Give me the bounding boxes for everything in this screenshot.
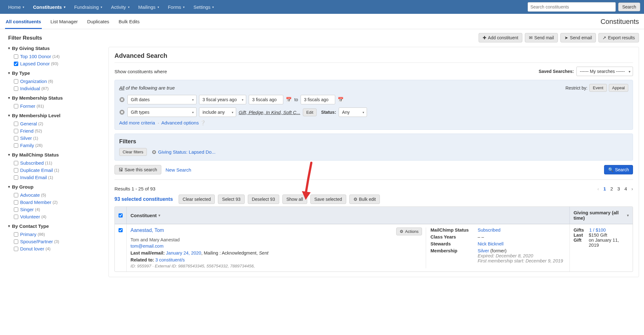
filter-label[interactable]: Volunteer	[20, 214, 40, 219]
remove-chip-icon[interactable]	[151, 149, 157, 155]
filter-group-heading[interactable]: By MailChimp Status	[8, 152, 100, 157]
filter-group-heading[interactable]: By Group	[8, 184, 100, 189]
filter-label[interactable]: Invalid Email	[20, 175, 47, 180]
filter-checkbox[interactable]	[14, 239, 18, 244]
nav-mailings[interactable]: Mailings▾	[134, 0, 164, 14]
field-select-gift-dates[interactable]: Gift dates	[127, 95, 197, 104]
filter-group-heading[interactable]: By Contact Type	[8, 223, 100, 229]
calendar-icon[interactable]: 📅	[338, 97, 344, 102]
gifts-value-link[interactable]: 1 / $100	[589, 228, 606, 233]
filter-label[interactable]: Subscribed	[20, 160, 44, 166]
steward-link[interactable]: Nick Bicknell	[478, 241, 503, 246]
filter-label[interactable]: Silver	[20, 135, 32, 141]
global-search-input[interactable]	[528, 2, 616, 12]
restrict-appeal-button[interactable]: Appeal	[609, 84, 628, 92]
mode-select[interactable]: include any	[199, 107, 236, 117]
add-constituent-button[interactable]: ✚Add constituent	[479, 33, 523, 42]
filter-checkbox[interactable]	[14, 104, 18, 108]
save-selected-button[interactable]: Save selected	[310, 195, 346, 204]
restrict-event-button[interactable]: Event	[589, 84, 607, 92]
gift-types-list[interactable]: Gift, Pledge, In Kind, Soft C...	[239, 110, 300, 115]
filter-label[interactable]: Top 100 Donor	[20, 54, 51, 59]
row-checkbox[interactable]	[119, 228, 123, 232]
remove-criteria-icon[interactable]	[119, 109, 125, 115]
page-2[interactable]: 2	[610, 186, 613, 191]
col-constituent-header[interactable]: Constituent▾	[127, 207, 570, 224]
filter-chip-giving-status[interactable]: Giving Status: Lapsed Do...	[151, 149, 216, 155]
select-all-button[interactable]: Select 93	[218, 195, 244, 204]
export-results-button[interactable]: ↗Export results	[598, 33, 639, 42]
filter-checkbox[interactable]	[14, 175, 18, 180]
advanced-options-link[interactable]: Advanced options	[161, 120, 199, 125]
filter-checkbox[interactable]	[14, 143, 18, 148]
tab-all-constituents[interactable]: All constituents	[5, 17, 42, 29]
filter-checkbox[interactable]	[14, 79, 18, 84]
nav-home[interactable]: Home▾	[4, 0, 29, 14]
filter-group-heading[interactable]: By Membership Level	[8, 113, 100, 118]
filter-label[interactable]: Advocate	[20, 192, 40, 198]
filter-label[interactable]: Organization	[20, 79, 47, 84]
saved-searches-select[interactable]: ------ My searches ------	[576, 67, 633, 76]
select-all-checkbox[interactable]	[119, 213, 123, 217]
membership-link[interactable]: Silver	[478, 248, 489, 253]
calendar-icon[interactable]: 📅	[286, 97, 292, 102]
save-search-button[interactable]: 🖫Save this search	[114, 165, 161, 174]
filter-checkbox[interactable]	[14, 161, 18, 165]
nav-settings[interactable]: Settings▾	[189, 0, 218, 14]
nav-constituents[interactable]: Constituents▾	[29, 0, 70, 14]
edit-types-button[interactable]: Edit	[303, 108, 317, 116]
status-select[interactable]: Any	[339, 107, 367, 117]
constituent-name-link[interactable]: Aanestad, Tom	[130, 228, 164, 233]
col-giving-header[interactable]: Giving summary (all time) ▾	[570, 207, 633, 224]
to-date-input[interactable]: 3 fiscals ago	[301, 95, 335, 104]
mailchimp-status-link[interactable]: Subscribed	[478, 228, 501, 233]
from-date-input[interactable]: 3 fiscals ago	[249, 95, 283, 104]
filter-checkbox[interactable]	[14, 168, 18, 173]
filter-label[interactable]: Primary	[20, 232, 36, 237]
filter-label[interactable]: General	[20, 121, 37, 126]
filter-label[interactable]: Singer	[20, 207, 34, 212]
filter-checkbox[interactable]	[14, 215, 18, 219]
new-search-link[interactable]: New Search	[166, 167, 192, 173]
filter-checkbox[interactable]	[14, 136, 18, 140]
filter-checkbox[interactable]	[14, 207, 18, 212]
page-1[interactable]: 1	[603, 186, 606, 191]
filter-checkbox[interactable]	[14, 200, 18, 205]
nav-forms[interactable]: Forms▾	[164, 0, 189, 14]
filter-checkbox[interactable]	[14, 122, 18, 126]
bulk-edit-button[interactable]: ⚙Bulk edit	[349, 195, 380, 204]
filter-label[interactable]: Board Member	[20, 200, 51, 205]
clear-selected-button[interactable]: Clear selected	[179, 195, 215, 204]
filter-label[interactable]: Duplicate Email	[20, 168, 53, 173]
send-email-button[interactable]: ➤Send email	[560, 33, 596, 42]
send-mail-button[interactable]: ✉Send mail	[525, 33, 558, 42]
filter-label[interactable]: Donut lover	[20, 246, 44, 251]
filter-group-heading[interactable]: By Giving Status	[8, 46, 100, 51]
page-3[interactable]: 3	[617, 186, 620, 191]
row-actions-button[interactable]: ⚙Actions	[396, 228, 422, 235]
next-page-icon[interactable]: ›	[631, 186, 633, 191]
filter-label[interactable]: Spouse/Partner	[20, 239, 53, 244]
nav-activity[interactable]: Activity▾	[107, 0, 134, 14]
field-select-gift-types[interactable]: Gift types	[127, 107, 197, 117]
clear-filters-button[interactable]: Clear filters	[119, 148, 147, 156]
prev-page-icon[interactable]: ‹	[597, 186, 599, 191]
filter-checkbox[interactable]	[14, 54, 18, 59]
filter-label[interactable]: Family	[20, 143, 34, 148]
last-mail-date-link[interactable]: January 24, 2020	[166, 250, 201, 255]
filter-label[interactable]: Former	[20, 103, 35, 109]
filter-checkbox[interactable]	[14, 86, 18, 91]
tab-list-manager[interactable]: List Manager	[50, 17, 79, 29]
filter-checkbox[interactable]	[14, 193, 18, 197]
tab-bulk-edits[interactable]: Bulk Edits	[118, 17, 140, 29]
page-4[interactable]: 4	[625, 186, 627, 191]
filter-label[interactable]: Friend	[20, 128, 34, 134]
filter-checkbox[interactable]	[14, 62, 18, 66]
add-more-criteria-link[interactable]: Add more criteria	[119, 120, 155, 125]
help-icon[interactable]: ❔	[200, 120, 206, 125]
filter-group-heading[interactable]: By Type	[8, 70, 100, 76]
filter-label[interactable]: Lapsed Donor	[20, 61, 50, 66]
filter-group-heading[interactable]: By Membership Status	[8, 95, 100, 101]
filter-checkbox[interactable]	[14, 232, 18, 237]
constituent-email-link[interactable]: tom@email.com	[130, 244, 164, 249]
